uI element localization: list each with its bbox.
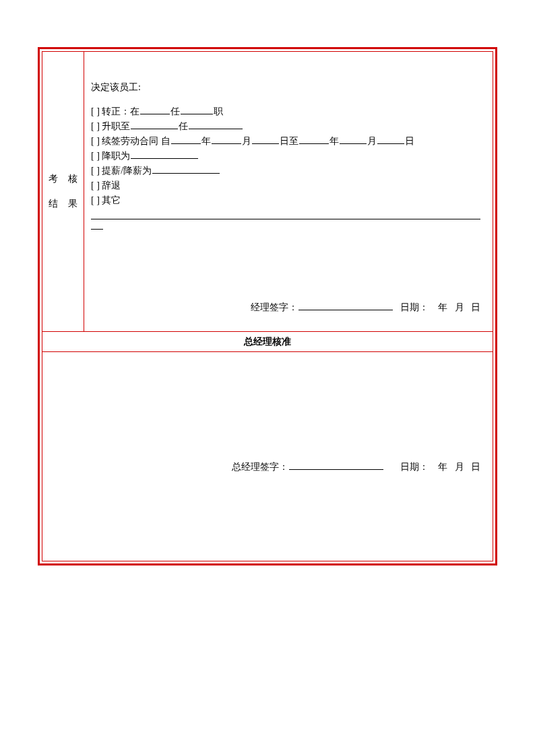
- blank-promote-to[interactable]: [131, 119, 178, 129]
- opt2-mid: 任: [179, 121, 188, 131]
- opt3-d1: 日至: [280, 136, 298, 146]
- gm-approval-body: 总经理签字： 日期： 年 月 日: [42, 352, 493, 561]
- gm-sign-label: 总经理签字：: [232, 462, 288, 472]
- option-convert-fulltime: [ ] 转正：在任职: [91, 104, 480, 119]
- blank-to-year[interactable]: [299, 134, 329, 144]
- assessment-result-label-cell: 考 核 结 果: [42, 52, 84, 332]
- option-salary-change: [ ] 提薪/降薪为: [91, 164, 480, 178]
- inner-frame: 考 核 结 果 决定该员工: [ ] 转正：在任职 [ ] 升职至任 [ ] 续…: [42, 51, 493, 561]
- opt1-prefix: [ ] 转正：在: [91, 106, 139, 116]
- label-line1: 考 核: [49, 167, 82, 191]
- blank-promote-pos[interactable]: [189, 119, 243, 129]
- opt5-prefix: [ ] 提薪/降薪为: [91, 166, 152, 176]
- opt3-y2: 年: [329, 136, 339, 146]
- gm-year: 年: [438, 462, 447, 472]
- manager-date-label: 日期：: [400, 302, 429, 312]
- blank-from-year[interactable]: [171, 134, 201, 144]
- blank-salary[interactable]: [152, 164, 220, 174]
- option-demote: [ ] 降职为: [91, 149, 480, 164]
- manager-month: 月: [455, 302, 464, 312]
- gm-month: 月: [455, 462, 464, 472]
- manager-signature-row: 经理签字： 日期： 年 月 日: [84, 300, 480, 314]
- blank-gm-signature[interactable]: [289, 460, 383, 470]
- blank-position[interactable]: [181, 104, 213, 114]
- blank-other-line1[interactable]: [91, 209, 480, 219]
- assessment-result-body: 决定该员工: [ ] 转正：在任职 [ ] 升职至任 [ ] 续签劳动合同 自年…: [84, 52, 493, 332]
- opt3-m2: 月: [367, 136, 377, 146]
- manager-day: 日: [471, 302, 480, 312]
- page: 考 核 结 果 决定该员工: [ ] 转正：在任职 [ ] 升职至任 [ ] 续…: [0, 0, 535, 756]
- opt3-d2: 日: [405, 136, 414, 146]
- option-dismiss: [ ] 辞退: [91, 178, 480, 193]
- option-renew-contract: [ ] 续签劳动合同 自年月日至年月日: [91, 134, 480, 149]
- blank-department[interactable]: [140, 104, 170, 114]
- opt2-prefix: [ ] 升职至: [91, 121, 130, 131]
- opt3-prefix: [ ] 续签劳动合同 自: [91, 136, 170, 146]
- blank-from-day[interactable]: [252, 134, 279, 144]
- gm-date-label: 日期：: [400, 462, 429, 472]
- blank-other-line2[interactable]: [91, 219, 103, 230]
- opt1-mid: 任: [170, 106, 180, 116]
- opt3-y1: 年: [201, 136, 211, 146]
- gm-approval-header: 总经理核准: [42, 332, 493, 352]
- blank-to-day[interactable]: [377, 134, 404, 144]
- opt1-suffix: 职: [214, 106, 223, 116]
- blank-from-month[interactable]: [212, 134, 241, 144]
- blank-to-month[interactable]: [340, 134, 367, 144]
- opt4-prefix: [ ] 降职为: [91, 151, 130, 161]
- manager-sign-label: 经理签字：: [251, 302, 298, 312]
- label-line2: 结 果: [49, 192, 82, 216]
- option-other: [ ] 其它: [91, 193, 480, 234]
- opt3-m1: 月: [242, 136, 251, 146]
- spacer: [91, 95, 480, 104]
- option-promote: [ ] 升职至任: [91, 119, 480, 134]
- opt7-prefix: [ ] 其它: [91, 195, 121, 205]
- manager-year: 年: [438, 302, 447, 312]
- decision-block: 决定该员工: [ ] 转正：在任职 [ ] 升职至任 [ ] 续签劳动合同 自年…: [91, 80, 480, 234]
- gm-signature-row: 总经理签字： 日期： 年 月 日: [42, 460, 480, 473]
- blank-manager-signature[interactable]: [298, 300, 393, 310]
- decision-intro: 决定该员工:: [91, 80, 480, 95]
- blank-demote-to[interactable]: [131, 149, 198, 159]
- outer-frame: 考 核 结 果 决定该员工: [ ] 转正：在任职 [ ] 升职至任 [ ] 续…: [38, 47, 497, 565]
- gm-day: 日: [471, 462, 480, 472]
